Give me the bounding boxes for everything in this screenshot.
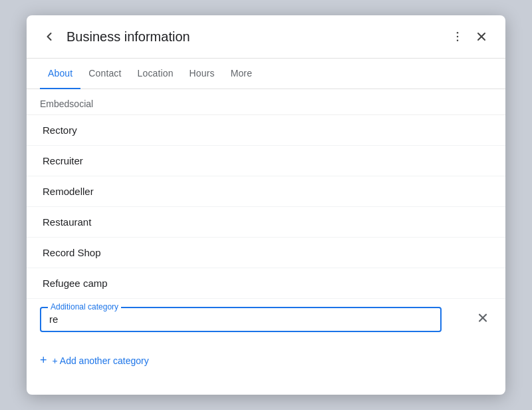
input-label: Additional category [48, 302, 121, 311]
additional-category-input[interactable] [49, 313, 414, 325]
tab-bar: About Contact Location Hours More [27, 59, 505, 89]
tab-location[interactable]: Location [130, 59, 182, 89]
list-item[interactable]: Remodeller [27, 176, 505, 207]
embedsocial-text: Embedsocial [40, 99, 93, 109]
add-category-label: + Add another category [53, 355, 149, 366]
additional-category-row: Additional category [27, 299, 505, 343]
add-category-button[interactable]: + + Add another category [27, 343, 505, 378]
list-item[interactable]: Refugee camp [27, 268, 505, 299]
additional-category-field: Additional category [40, 307, 442, 332]
list-item[interactable]: Rectory [27, 115, 505, 146]
cut-top-text: Embedsocial [27, 89, 505, 115]
tab-about[interactable]: About [40, 59, 80, 89]
modal-title: Business information [66, 29, 444, 45]
more-options-button[interactable] [447, 26, 468, 47]
list-item[interactable]: Restaurant [27, 207, 505, 238]
modal-dialog: Business information About Contact Locat… [27, 15, 505, 395]
list-item[interactable]: Record Shop [27, 238, 505, 268]
close-button[interactable] [471, 26, 492, 47]
svg-point-1 [457, 36, 459, 38]
back-button[interactable] [40, 27, 59, 46]
list-item[interactable]: Recruiter [27, 146, 505, 176]
modal-body: Embedsocial Rectory Recruiter Remodeller… [27, 89, 505, 378]
tab-more[interactable]: More [223, 59, 260, 89]
suggestion-list: Rectory Recruiter Remodeller Restaurant … [27, 115, 505, 299]
clear-input-button[interactable] [476, 311, 489, 328]
tab-contact[interactable]: Contact [80, 59, 129, 89]
plus-icon: + [40, 353, 47, 367]
svg-point-2 [457, 40, 459, 42]
modal-header: Business information [27, 15, 505, 59]
tab-hours[interactable]: Hours [182, 59, 223, 89]
svg-point-0 [457, 32, 459, 34]
